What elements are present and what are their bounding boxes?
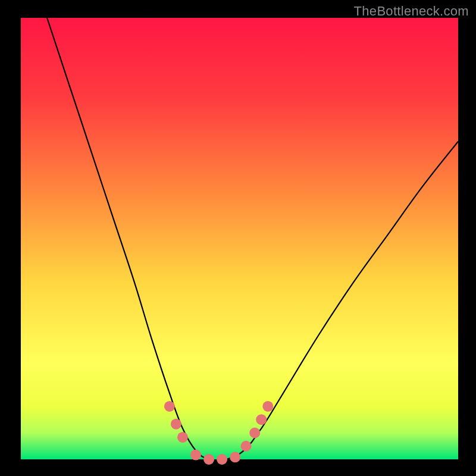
gradient-background — [21, 18, 458, 459]
data-marker — [241, 441, 252, 452]
data-marker — [249, 427, 260, 438]
bottleneck-chart — [0, 0, 476, 476]
data-marker — [217, 454, 227, 465]
data-marker — [256, 414, 267, 425]
data-marker — [262, 401, 273, 412]
data-marker — [171, 419, 181, 430]
data-marker — [203, 454, 214, 465]
data-marker — [177, 432, 188, 443]
chart-container: TheBottleneck.com — [0, 0, 476, 476]
data-marker — [230, 452, 240, 462]
watermark-text: TheBottleneck.com — [354, 4, 469, 19]
data-marker — [164, 401, 175, 412]
data-marker — [190, 450, 201, 461]
